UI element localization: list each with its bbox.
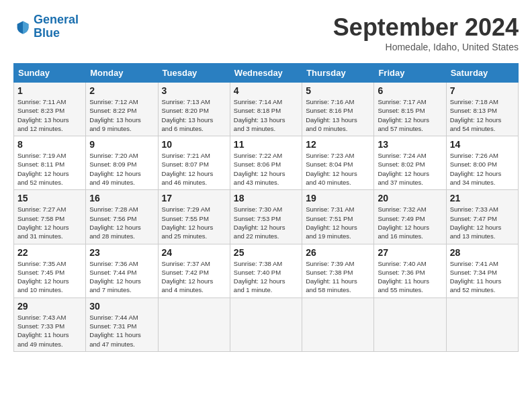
calendar-week-row: 22Sunrise: 7:35 AM Sunset: 7:45 PM Dayli… (14, 244, 519, 298)
calendar-cell: 14Sunrise: 7:26 AM Sunset: 8:00 PM Dayli… (446, 136, 518, 190)
day-detail: Sunrise: 7:37 AM Sunset: 7:42 PM Dayligh… (162, 259, 226, 295)
day-number: 25 (234, 247, 298, 258)
calendar-cell: 8Sunrise: 7:19 AM Sunset: 8:11 PM Daylig… (14, 136, 86, 190)
calendar-cell: 1Sunrise: 7:11 AM Sunset: 8:23 PM Daylig… (14, 83, 86, 136)
day-detail: Sunrise: 7:28 AM Sunset: 7:56 PM Dayligh… (89, 205, 154, 240)
day-detail: Sunrise: 7:22 AM Sunset: 8:06 PM Dayligh… (234, 151, 298, 187)
calendar-cell: 11Sunrise: 7:22 AM Sunset: 8:06 PM Dayli… (230, 136, 302, 190)
location: Homedale, Idaho, United States (333, 42, 519, 52)
calendar-week-row: 15Sunrise: 7:27 AM Sunset: 7:58 PM Dayli… (14, 190, 519, 244)
day-detail: Sunrise: 7:38 AM Sunset: 7:40 PM Dayligh… (234, 259, 298, 295)
day-number: 8 (17, 139, 82, 150)
col-monday: Monday (86, 64, 158, 83)
logo-icon (13, 17, 32, 36)
calendar-week-row: 8Sunrise: 7:19 AM Sunset: 8:11 PM Daylig… (14, 136, 519, 190)
day-detail: Sunrise: 7:17 AM Sunset: 8:15 PM Dayligh… (378, 97, 442, 133)
logo-line2: Blue (34, 26, 60, 40)
day-detail: Sunrise: 7:36 AM Sunset: 7:44 PM Dayligh… (89, 259, 154, 295)
calendar-cell: 21Sunrise: 7:33 AM Sunset: 7:47 PM Dayli… (446, 190, 518, 244)
day-number: 14 (450, 139, 515, 150)
header-row: Sunday Monday Tuesday Wednesday Thursday… (14, 64, 519, 83)
calendar-cell: 27Sunrise: 7:40 AM Sunset: 7:36 PM Dayli… (374, 244, 446, 298)
calendar-cell (230, 298, 302, 351)
day-detail: Sunrise: 7:43 AM Sunset: 7:33 PM Dayligh… (17, 313, 82, 349)
calendar-cell: 16Sunrise: 7:28 AM Sunset: 7:56 PM Dayli… (86, 190, 158, 244)
calendar-cell: 30Sunrise: 7:44 AM Sunset: 7:31 PM Dayli… (86, 298, 158, 351)
calendar-cell: 24Sunrise: 7:37 AM Sunset: 7:42 PM Dayli… (158, 244, 230, 298)
calendar-body: 1Sunrise: 7:11 AM Sunset: 8:23 PM Daylig… (14, 83, 519, 352)
day-detail: Sunrise: 7:27 AM Sunset: 7:58 PM Dayligh… (17, 205, 82, 240)
day-detail: Sunrise: 7:21 AM Sunset: 8:07 PM Dayligh… (162, 151, 226, 187)
day-detail: Sunrise: 7:40 AM Sunset: 7:36 PM Dayligh… (378, 259, 442, 295)
calendar-cell (446, 298, 518, 351)
day-detail: Sunrise: 7:30 AM Sunset: 7:53 PM Dayligh… (234, 205, 298, 240)
day-detail: Sunrise: 7:39 AM Sunset: 7:38 PM Dayligh… (306, 259, 370, 295)
day-number: 21 (450, 193, 515, 203)
calendar-cell: 19Sunrise: 7:31 AM Sunset: 7:51 PM Dayli… (302, 190, 374, 244)
calendar-cell: 29Sunrise: 7:43 AM Sunset: 7:33 PM Dayli… (14, 298, 86, 351)
day-detail: Sunrise: 7:33 AM Sunset: 7:47 PM Dayligh… (450, 205, 515, 240)
day-number: 12 (306, 139, 370, 150)
day-number: 4 (234, 85, 298, 96)
col-friday: Friday (374, 64, 446, 83)
col-thursday: Thursday (302, 64, 374, 83)
calendar-cell: 22Sunrise: 7:35 AM Sunset: 7:45 PM Dayli… (14, 244, 86, 298)
calendar-cell: 20Sunrise: 7:32 AM Sunset: 7:49 PM Dayli… (374, 190, 446, 244)
day-detail: Sunrise: 7:24 AM Sunset: 8:02 PM Dayligh… (378, 151, 442, 187)
day-detail: Sunrise: 7:14 AM Sunset: 8:18 PM Dayligh… (234, 97, 298, 133)
title-block: September 2024 Homedale, Idaho, United S… (333, 13, 519, 52)
day-detail: Sunrise: 7:44 AM Sunset: 7:31 PM Dayligh… (89, 313, 154, 349)
day-detail: Sunrise: 7:23 AM Sunset: 8:04 PM Dayligh… (306, 151, 370, 187)
day-number: 19 (306, 193, 370, 203)
calendar-table: Sunday Monday Tuesday Wednesday Thursday… (13, 63, 519, 352)
month-title: September 2024 (333, 13, 519, 42)
col-wednesday: Wednesday (230, 64, 302, 83)
calendar-cell (374, 298, 446, 351)
logo-line1: General (34, 13, 79, 26)
day-detail: Sunrise: 7:16 AM Sunset: 8:16 PM Dayligh… (306, 97, 370, 133)
calendar-cell: 6Sunrise: 7:17 AM Sunset: 8:15 PM Daylig… (374, 83, 446, 136)
day-number: 7 (450, 85, 515, 96)
calendar-cell: 5Sunrise: 7:16 AM Sunset: 8:16 PM Daylig… (302, 83, 374, 136)
page-header: General Blue September 2024 Homedale, Id… (13, 13, 519, 52)
calendar-cell: 4Sunrise: 7:14 AM Sunset: 8:18 PM Daylig… (230, 83, 302, 136)
day-detail: Sunrise: 7:20 AM Sunset: 8:09 PM Dayligh… (89, 151, 154, 187)
calendar-cell: 7Sunrise: 7:18 AM Sunset: 8:13 PM Daylig… (446, 83, 518, 136)
day-number: 26 (306, 247, 370, 258)
day-number: 15 (17, 193, 82, 203)
day-number: 23 (89, 247, 154, 258)
calendar-cell: 23Sunrise: 7:36 AM Sunset: 7:44 PM Dayli… (86, 244, 158, 298)
day-number: 30 (89, 301, 154, 312)
day-number: 13 (378, 139, 442, 150)
day-number: 17 (162, 193, 226, 203)
day-number: 3 (162, 85, 226, 96)
calendar-cell (158, 298, 230, 351)
day-detail: Sunrise: 7:26 AM Sunset: 8:00 PM Dayligh… (450, 151, 515, 187)
day-detail: Sunrise: 7:41 AM Sunset: 7:34 PM Dayligh… (450, 259, 515, 295)
calendar-cell: 12Sunrise: 7:23 AM Sunset: 8:04 PM Dayli… (302, 136, 374, 190)
calendar-cell: 10Sunrise: 7:21 AM Sunset: 8:07 PM Dayli… (158, 136, 230, 190)
day-number: 9 (89, 139, 154, 150)
calendar-cell: 13Sunrise: 7:24 AM Sunset: 8:02 PM Dayli… (374, 136, 446, 190)
day-number: 20 (378, 193, 442, 203)
calendar-cell: 28Sunrise: 7:41 AM Sunset: 7:34 PM Dayli… (446, 244, 518, 298)
day-detail: Sunrise: 7:19 AM Sunset: 8:11 PM Dayligh… (17, 151, 82, 187)
col-tuesday: Tuesday (158, 64, 230, 83)
calendar-cell: 2Sunrise: 7:12 AM Sunset: 8:22 PM Daylig… (86, 83, 158, 136)
day-number: 27 (378, 247, 442, 258)
col-saturday: Saturday (446, 64, 518, 83)
col-sunday: Sunday (14, 64, 86, 83)
calendar-week-row: 29Sunrise: 7:43 AM Sunset: 7:33 PM Dayli… (14, 298, 519, 351)
calendar-cell: 26Sunrise: 7:39 AM Sunset: 7:38 PM Dayli… (302, 244, 374, 298)
day-number: 24 (162, 247, 226, 258)
day-number: 28 (450, 247, 515, 258)
day-detail: Sunrise: 7:29 AM Sunset: 7:55 PM Dayligh… (162, 205, 226, 240)
logo-text: General Blue (34, 13, 79, 40)
day-number: 6 (378, 85, 442, 96)
day-number: 29 (17, 301, 82, 312)
calendar-cell: 25Sunrise: 7:38 AM Sunset: 7:40 PM Dayli… (230, 244, 302, 298)
day-number: 22 (17, 247, 82, 258)
calendar-cell: 17Sunrise: 7:29 AM Sunset: 7:55 PM Dayli… (158, 190, 230, 244)
day-detail: Sunrise: 7:35 AM Sunset: 7:45 PM Dayligh… (17, 259, 82, 295)
day-detail: Sunrise: 7:12 AM Sunset: 8:22 PM Dayligh… (89, 97, 154, 133)
